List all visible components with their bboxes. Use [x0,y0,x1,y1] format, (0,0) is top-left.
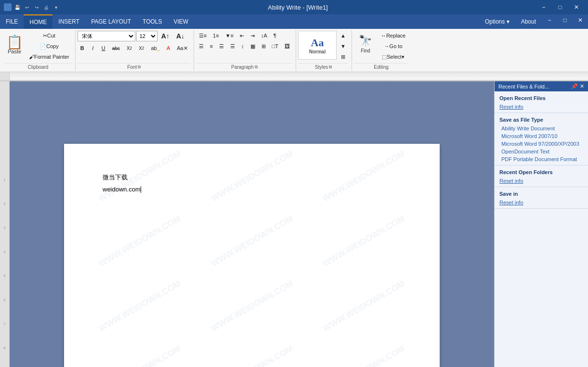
subscript-button[interactable]: X2 [124,43,135,53]
editing-group: 🔭 Find ↔ Replace → Go to ⬚ Select ▾ Edit… [352,30,411,71]
maximize-button[interactable]: □ [552,1,568,13]
bold-button[interactable]: B [78,43,87,53]
show-marks-button[interactable]: ¶ [271,31,279,40]
font-dialog-launcher[interactable]: ⧉ [138,64,141,70]
align-right-button[interactable]: ☰ [216,41,227,51]
increase-indent-button[interactable]: ⇥ [248,31,258,40]
menu-about[interactable]: About [515,14,542,29]
line-spacing-button[interactable]: ↕ [238,41,247,51]
quick-print-icon[interactable]: 🖨 [42,3,50,11]
find-icon: 🔭 [359,35,372,47]
doc-scroll: 123456789101112 WWW.WEIDOWN.COM WWW.WEID… [0,81,588,367]
para-row2: ☰ ≡ ☰ ☰ ↕ ▦ ⊞ □T 🖼 [196,41,293,51]
goto-button[interactable]: → Go to [378,41,408,51]
font-family-select[interactable]: 宋体 [78,31,135,41]
find-button[interactable]: 🔭 Find [354,31,377,57]
bullets-button[interactable]: ☰≡ [196,31,209,40]
decrease-indent-button[interactable]: ⇤ [237,31,247,40]
paragraph-group: ☰≡ 1≡ ▼≡ ⇤ ⇥ ↕A ¶ ☰ ≡ ☰ ☰ ↕ ▦ ⊞ □T [194,30,296,71]
save-in-title: Save in [499,191,583,197]
styles-box[interactable]: Aa Normal [298,31,337,60]
select-button[interactable]: ⬚ Select ▾ [378,52,408,62]
styles-arrows: ▲ ▼ ⊞ [338,31,349,62]
font-label: Font ⧉ [78,63,191,70]
menu-home[interactable]: HOME [24,14,52,29]
align-center-button[interactable]: ≡ [207,41,216,51]
clear-format-button[interactable]: Aa✕ [174,43,190,53]
styles-group: Aa Normal ▲ ▼ ⊞ Styles ⧉ [296,30,352,71]
ribbon-minimize-button[interactable]: − [542,14,557,26]
multilevel-button[interactable]: ▼≡ [222,31,236,40]
quick-undo-icon[interactable]: ↩ [23,3,31,11]
quick-menu-icon[interactable]: ▾ [52,3,60,11]
pin-icon[interactable]: 📌 [571,83,578,89]
font-size-select[interactable]: 12 [136,31,157,41]
underline-button[interactable]: U [99,43,108,53]
quick-redo-icon[interactable]: ↪ [33,3,40,11]
recent-folders-reset[interactable]: Reset info [499,177,583,185]
font-row1: 宋体 12 A↑ A↓ [78,31,191,41]
open-recent-section: Open Recent Files Reset info [495,91,588,113]
window-title: Ability Write - [Write1] [60,4,536,11]
styles-name: Normal [309,49,326,54]
close-button[interactable]: ✕ [569,1,584,13]
open-recent-reset[interactable]: Reset info [499,103,583,111]
doc-scroll-area[interactable]: WWW.WEIDOWN.COM WWW.WEIDOWN.COM WWW.WEID… [10,81,494,367]
ribbon-restore-button[interactable]: □ [557,14,573,26]
shading-button[interactable]: ▦ [248,41,258,51]
copy-button[interactable]: 📄 Copy [26,41,72,51]
right-panel-title: Recent Files & Fold... [498,84,549,89]
save-in-reset[interactable]: Reset info [499,199,583,206]
format-painter-button[interactable]: 🖌 Format Painter [26,52,72,62]
menu-page-layout[interactable]: PAGE LAYOUT [85,14,137,29]
file-type-odt[interactable]: OpenDocument Text [499,148,583,155]
borders-button[interactable]: ⊞ [259,41,269,51]
file-type-word97[interactable]: Microsoft Word 97/2000/XP/2003 [499,140,583,148]
ruler-svg [10,72,588,80]
save-in-section: Save in Reset info [495,187,588,209]
left-ruler: 123456789101112 [0,81,10,367]
replace-button[interactable]: ↔ Replace [378,31,408,40]
cut-button[interactable]: ✂ Cut [26,31,72,40]
document-content[interactable]: 微当下载 weidown.com [103,173,401,195]
picture-button[interactable]: 🖼 [282,41,293,51]
panel-close-icon[interactable]: ✕ [580,83,584,89]
doc-line2: weidown.com [103,185,401,195]
menu-options[interactable]: Options ▾ [479,14,515,29]
superscript-button[interactable]: X2 [136,43,147,53]
decrease-font-button[interactable]: A↓ [173,31,187,41]
file-type-word2007[interactable]: Microsoft Word 2007/10 [499,132,583,140]
align-left-button[interactable]: ☰ [196,41,207,51]
file-type-ability[interactable]: Ability Write Document [499,125,583,132]
sort-button[interactable]: ↕A [258,31,270,40]
justify-button[interactable]: ☰ [227,41,238,51]
highlight-button[interactable]: ab_ [148,43,163,53]
increase-font-button[interactable]: A↑ [158,31,172,41]
menu-view[interactable]: VIEW [168,14,195,29]
numbering-button[interactable]: 1≡ [210,31,222,40]
styles-down-button[interactable]: ▼ [338,41,349,51]
ruler-container [0,72,588,81]
font-row2: B I U abc X2 X2 ab_ A Aa✕ [78,43,191,53]
text-box-button[interactable]: □T [269,41,281,51]
find-label: Find [361,48,370,53]
menu-tools[interactable]: TOOLS [137,14,168,29]
styles-content: Aa Normal ▲ ▼ ⊞ [298,31,349,63]
app-close-button[interactable]: ✕ [573,14,588,26]
italic-button[interactable]: I [88,43,98,53]
styles-more-button[interactable]: ⊞ [338,52,349,62]
styles-up-button[interactable]: ▲ [338,31,349,40]
font-color-button[interactable]: A [164,43,173,53]
menu-insert[interactable]: INSERT [52,14,85,29]
styles-preview: Aa [311,37,324,49]
menu-file[interactable]: FILE [0,14,24,29]
minimize-button[interactable]: − [536,1,551,13]
editing-small-btns: ↔ Replace → Go to ⬚ Select ▾ [378,31,408,62]
strikethrough-button[interactable]: abc [109,43,123,53]
paragraph-dialog-launcher[interactable]: ⧉ [255,64,258,70]
quick-save-icon[interactable]: 💾 [13,3,21,11]
paste-button[interactable]: 📋 Paste [4,31,25,60]
file-type-pdf[interactable]: PDF Portable Document Format [499,155,583,163]
paste-icon: 📋 [9,36,20,48]
styles-dialog-launcher[interactable]: ⧉ [329,64,332,70]
